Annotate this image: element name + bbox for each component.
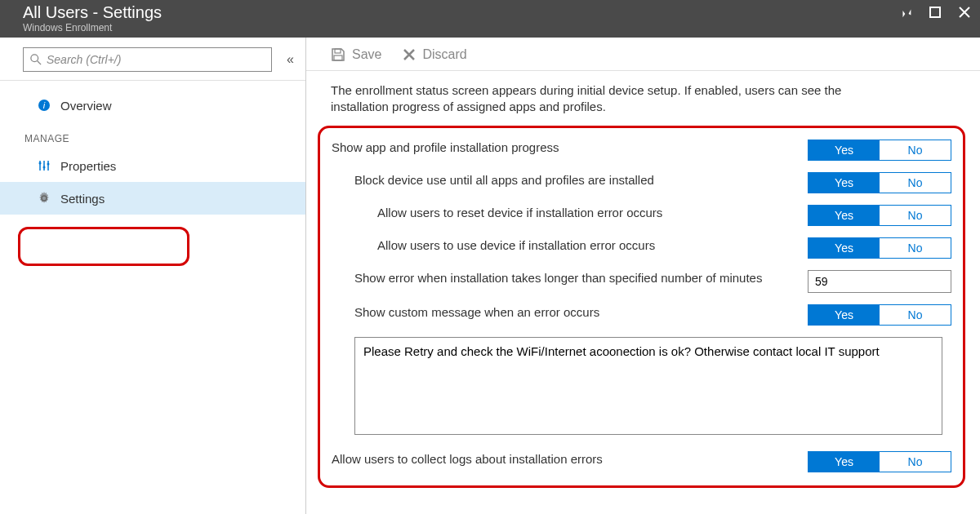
gear-icon (38, 192, 51, 205)
svg-point-7 (47, 163, 50, 166)
toggle-yes[interactable]: Yes (808, 238, 880, 258)
toggle-show-progress[interactable]: Yes No (808, 140, 951, 161)
save-button[interactable]: Save (331, 47, 381, 62)
toggle-no[interactable]: No (880, 140, 951, 160)
highlight-settings (18, 227, 189, 266)
toggle-no[interactable]: No (880, 173, 951, 193)
toggle-no[interactable]: No (880, 238, 951, 258)
nav-overview-label: Overview (60, 99, 112, 113)
info-icon: i (38, 99, 51, 112)
nav-overview[interactable]: i Overview (0, 89, 305, 122)
label-allow-use: Allow users to use device if installatio… (332, 237, 808, 254)
collapse-sidebar-icon[interactable]: « (287, 52, 294, 67)
toggle-yes[interactable]: Yes (808, 305, 880, 325)
discard-button[interactable]: Discard (403, 47, 466, 62)
svg-rect-0 (930, 7, 940, 17)
window-subtitle: Windows Enrollment (23, 22, 162, 33)
toggle-allow-logs[interactable]: Yes No (808, 451, 951, 472)
toggle-yes[interactable]: Yes (808, 206, 880, 225)
toolbar: Save Discard (306, 47, 980, 71)
close-icon[interactable] (957, 5, 972, 20)
toggle-allow-use[interactable]: Yes No (808, 237, 951, 259)
svg-point-5 (39, 162, 42, 165)
svg-line-2 (38, 61, 41, 64)
settings-highlight-block: Show app and profile installation progre… (318, 126, 965, 488)
titlebar: All Users - Settings Windows Enrollment (0, 0, 980, 38)
nav-manage-header: MANAGE (0, 122, 305, 149)
toggle-yes[interactable]: Yes (808, 173, 880, 193)
search-placeholder: Search (Ctrl+/) (47, 53, 121, 66)
label-custom-msg: Show custom message when an error occurs (332, 304, 808, 321)
label-error-minutes: Show error when installation takes longe… (332, 270, 808, 286)
sliders-icon (38, 159, 51, 172)
content-pane: Save Discard The enrollment status scree… (306, 38, 980, 514)
nav-properties[interactable]: Properties (0, 149, 305, 182)
label-block-device: Block device use until all apps and prof… (332, 172, 808, 188)
toggle-block-device[interactable]: Yes No (808, 172, 951, 193)
description-text: The enrollment status screen appears dur… (306, 71, 911, 122)
search-input[interactable]: Search (Ctrl+/) (23, 47, 272, 72)
save-label: Save (352, 47, 381, 62)
discard-label: Discard (422, 47, 466, 62)
svg-rect-10 (334, 55, 342, 60)
toggle-no[interactable]: No (880, 206, 951, 225)
toggle-yes[interactable]: Yes (808, 140, 880, 160)
window-title: All Users - Settings (23, 3, 162, 22)
toggle-no[interactable]: No (880, 305, 951, 325)
search-icon (30, 54, 42, 65)
save-icon (331, 47, 345, 62)
label-allow-reset: Allow users to reset device if installat… (332, 205, 808, 221)
nav-settings[interactable]: Settings (0, 182, 305, 215)
maximize-icon[interactable] (928, 5, 942, 20)
svg-point-6 (43, 166, 46, 169)
toggle-yes[interactable]: Yes (808, 452, 880, 472)
label-show-progress: Show app and profile installation progre… (332, 140, 808, 156)
toggle-allow-reset[interactable]: Yes No (808, 205, 951, 226)
nav-settings-label: Settings (60, 192, 105, 206)
textarea-custom-message[interactable] (354, 337, 942, 435)
toggle-no[interactable]: No (880, 452, 951, 472)
sidebar: Search (Ctrl+/) « i Overview MANAGE Prop… (0, 38, 306, 514)
discard-icon (403, 48, 416, 61)
svg-point-1 (31, 55, 38, 62)
pin-icon[interactable] (898, 5, 913, 20)
nav-properties-label: Properties (60, 159, 116, 173)
input-error-minutes[interactable] (808, 270, 951, 293)
toggle-custom-msg[interactable]: Yes No (808, 304, 951, 326)
label-allow-logs: Allow users to collect logs about instal… (332, 451, 808, 467)
